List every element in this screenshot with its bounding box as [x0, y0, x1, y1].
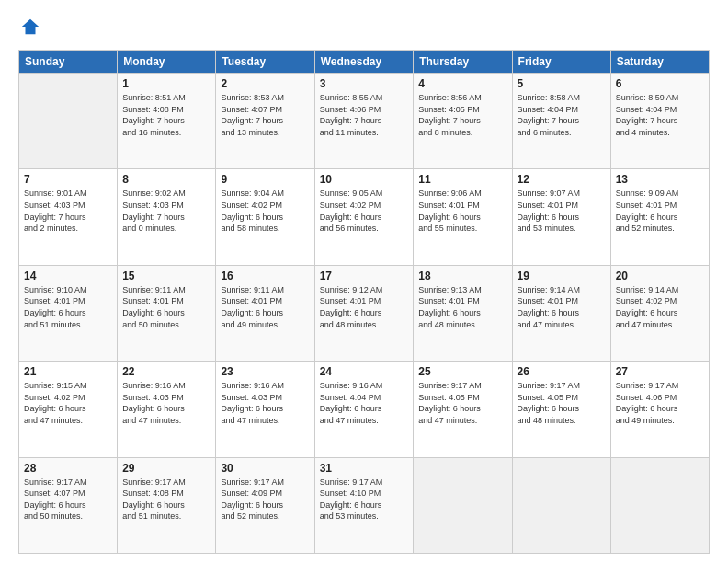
- cell-info: Sunrise: 9:11 AM Sunset: 4:01 PM Dayligh…: [221, 284, 309, 330]
- day-number: 1: [122, 77, 210, 90]
- day-number: 6: [616, 77, 704, 90]
- cell-info: Sunrise: 9:14 AM Sunset: 4:02 PM Dayligh…: [616, 284, 704, 330]
- day-number: 27: [616, 365, 704, 378]
- calendar-week-row: 14Sunrise: 9:10 AM Sunset: 4:01 PM Dayli…: [19, 265, 710, 361]
- day-number: 16: [221, 270, 309, 282]
- day-number: 31: [320, 462, 409, 475]
- calendar-table: SundayMondayTuesdayWednesdayThursdayFrid…: [18, 50, 710, 554]
- page: SundayMondayTuesdayWednesdayThursdayFrid…: [0, 0, 728, 563]
- weekday-header-tuesday: Tuesday: [216, 51, 314, 74]
- day-number: 17: [320, 270, 409, 282]
- calendar-cell: 19Sunrise: 9:14 AM Sunset: 4:01 PM Dayli…: [512, 265, 610, 361]
- cell-info: Sunrise: 9:17 AM Sunset: 4:06 PM Dayligh…: [616, 380, 704, 426]
- calendar-cell: 11Sunrise: 9:06 AM Sunset: 4:01 PM Dayli…: [414, 169, 512, 265]
- calendar-cell: 20Sunrise: 9:14 AM Sunset: 4:02 PM Dayli…: [610, 265, 709, 361]
- day-number: 18: [418, 270, 506, 282]
- cell-info: Sunrise: 9:17 AM Sunset: 4:07 PM Dayligh…: [24, 477, 112, 523]
- day-number: 15: [122, 270, 210, 282]
- header: [18, 17, 710, 40]
- calendar-cell: 22Sunrise: 9:16 AM Sunset: 4:03 PM Dayli…: [118, 362, 216, 457]
- logo: [18, 17, 44, 40]
- calendar-cell: 5Sunrise: 8:58 AM Sunset: 4:04 PM Daylig…: [512, 74, 610, 169]
- cell-info: Sunrise: 8:58 AM Sunset: 4:04 PM Dayligh…: [518, 92, 606, 138]
- day-number: 20: [616, 270, 704, 282]
- calendar-week-row: 1Sunrise: 8:51 AM Sunset: 4:08 PM Daylig…: [19, 74, 710, 169]
- day-number: 11: [418, 173, 506, 186]
- cell-info: Sunrise: 9:17 AM Sunset: 4:09 PM Dayligh…: [221, 477, 309, 523]
- calendar-cell: 6Sunrise: 8:59 AM Sunset: 4:04 PM Daylig…: [610, 74, 709, 169]
- cell-info: Sunrise: 9:13 AM Sunset: 4:01 PM Dayligh…: [418, 284, 506, 330]
- day-number: 22: [122, 365, 210, 378]
- cell-info: Sunrise: 9:12 AM Sunset: 4:01 PM Dayligh…: [320, 284, 409, 330]
- calendar-week-row: 7Sunrise: 9:01 AM Sunset: 4:03 PM Daylig…: [19, 169, 710, 265]
- cell-info: Sunrise: 9:11 AM Sunset: 4:01 PM Dayligh…: [122, 284, 210, 330]
- cell-info: Sunrise: 8:55 AM Sunset: 4:06 PM Dayligh…: [320, 92, 409, 138]
- calendar-cell: 14Sunrise: 9:10 AM Sunset: 4:01 PM Dayli…: [19, 265, 118, 361]
- cell-info: Sunrise: 9:14 AM Sunset: 4:01 PM Dayligh…: [518, 284, 606, 330]
- cell-info: Sunrise: 9:07 AM Sunset: 4:01 PM Dayligh…: [518, 188, 606, 234]
- weekday-header-friday: Friday: [512, 51, 610, 74]
- calendar-cell: 9Sunrise: 9:04 AM Sunset: 4:02 PM Daylig…: [216, 169, 314, 265]
- calendar-cell: 13Sunrise: 9:09 AM Sunset: 4:01 PM Dayli…: [610, 169, 709, 265]
- calendar-cell: 27Sunrise: 9:17 AM Sunset: 4:06 PM Dayli…: [610, 362, 709, 457]
- day-number: 24: [320, 365, 409, 378]
- calendar-cell: 21Sunrise: 9:15 AM Sunset: 4:02 PM Dayli…: [19, 362, 118, 457]
- cell-info: Sunrise: 9:02 AM Sunset: 4:03 PM Dayligh…: [122, 188, 210, 234]
- day-number: 3: [320, 77, 409, 90]
- day-number: 29: [122, 462, 210, 475]
- cell-info: Sunrise: 8:56 AM Sunset: 4:05 PM Dayligh…: [418, 92, 506, 138]
- day-number: 26: [518, 365, 606, 378]
- calendar-cell: 17Sunrise: 9:12 AM Sunset: 4:01 PM Dayli…: [314, 265, 414, 361]
- cell-info: Sunrise: 9:16 AM Sunset: 4:04 PM Dayligh…: [320, 380, 409, 426]
- calendar-cell: 4Sunrise: 8:56 AM Sunset: 4:05 PM Daylig…: [414, 74, 512, 169]
- cell-info: Sunrise: 9:10 AM Sunset: 4:01 PM Dayligh…: [24, 284, 112, 330]
- cell-info: Sunrise: 9:16 AM Sunset: 4:03 PM Dayligh…: [221, 380, 309, 426]
- calendar-cell: [414, 457, 512, 553]
- cell-info: Sunrise: 8:51 AM Sunset: 4:08 PM Dayligh…: [122, 92, 210, 138]
- day-number: 13: [616, 173, 704, 186]
- day-number: 7: [24, 173, 112, 186]
- cell-info: Sunrise: 9:06 AM Sunset: 4:01 PM Dayligh…: [418, 188, 506, 234]
- calendar-cell: 25Sunrise: 9:17 AM Sunset: 4:05 PM Dayli…: [414, 362, 512, 457]
- weekday-header-row: SundayMondayTuesdayWednesdayThursdayFrid…: [19, 51, 710, 74]
- calendar-cell: 16Sunrise: 9:11 AM Sunset: 4:01 PM Dayli…: [216, 265, 314, 361]
- calendar-cell: 12Sunrise: 9:07 AM Sunset: 4:01 PM Dayli…: [512, 169, 610, 265]
- calendar-cell: [19, 74, 118, 169]
- cell-info: Sunrise: 9:15 AM Sunset: 4:02 PM Dayligh…: [24, 380, 112, 426]
- calendar-cell: 10Sunrise: 9:05 AM Sunset: 4:02 PM Dayli…: [314, 169, 414, 265]
- day-number: 14: [24, 270, 112, 282]
- calendar-cell: 7Sunrise: 9:01 AM Sunset: 4:03 PM Daylig…: [19, 169, 118, 265]
- cell-info: Sunrise: 9:01 AM Sunset: 4:03 PM Dayligh…: [24, 188, 112, 234]
- day-number: 10: [320, 173, 409, 186]
- calendar-week-row: 28Sunrise: 9:17 AM Sunset: 4:07 PM Dayli…: [19, 457, 710, 553]
- cell-info: Sunrise: 9:17 AM Sunset: 4:05 PM Dayligh…: [418, 380, 506, 426]
- cell-info: Sunrise: 9:16 AM Sunset: 4:03 PM Dayligh…: [122, 380, 210, 426]
- day-number: 5: [518, 77, 606, 90]
- calendar-cell: [610, 457, 709, 553]
- day-number: 23: [221, 365, 309, 378]
- weekday-header-sunday: Sunday: [19, 51, 118, 74]
- calendar-cell: 26Sunrise: 9:17 AM Sunset: 4:05 PM Dayli…: [512, 362, 610, 457]
- calendar-cell: 30Sunrise: 9:17 AM Sunset: 4:09 PM Dayli…: [216, 457, 314, 553]
- calendar-cell: 28Sunrise: 9:17 AM Sunset: 4:07 PM Dayli…: [19, 457, 118, 553]
- calendar-cell: 15Sunrise: 9:11 AM Sunset: 4:01 PM Dayli…: [118, 265, 216, 361]
- day-number: 28: [24, 462, 112, 475]
- calendar-cell: 2Sunrise: 8:53 AM Sunset: 4:07 PM Daylig…: [216, 74, 314, 169]
- day-number: 30: [221, 462, 309, 475]
- cell-info: Sunrise: 9:04 AM Sunset: 4:02 PM Dayligh…: [221, 188, 309, 234]
- day-number: 25: [418, 365, 506, 378]
- calendar-cell: 8Sunrise: 9:02 AM Sunset: 4:03 PM Daylig…: [118, 169, 216, 265]
- cell-info: Sunrise: 9:09 AM Sunset: 4:01 PM Dayligh…: [616, 188, 704, 234]
- cell-info: Sunrise: 9:17 AM Sunset: 4:10 PM Dayligh…: [320, 477, 409, 523]
- calendar-cell: 24Sunrise: 9:16 AM Sunset: 4:04 PM Dayli…: [314, 362, 414, 457]
- day-number: 12: [518, 173, 606, 186]
- calendar-week-row: 21Sunrise: 9:15 AM Sunset: 4:02 PM Dayli…: [19, 362, 710, 457]
- cell-info: Sunrise: 8:53 AM Sunset: 4:07 PM Dayligh…: [221, 92, 309, 138]
- cell-info: Sunrise: 9:17 AM Sunset: 4:08 PM Dayligh…: [122, 477, 210, 523]
- calendar-cell: 3Sunrise: 8:55 AM Sunset: 4:06 PM Daylig…: [314, 74, 414, 169]
- day-number: 8: [122, 173, 210, 186]
- cell-info: Sunrise: 9:05 AM Sunset: 4:02 PM Dayligh…: [320, 188, 409, 234]
- day-number: 21: [24, 365, 112, 378]
- calendar-cell: 18Sunrise: 9:13 AM Sunset: 4:01 PM Dayli…: [414, 265, 512, 361]
- day-number: 19: [518, 270, 606, 282]
